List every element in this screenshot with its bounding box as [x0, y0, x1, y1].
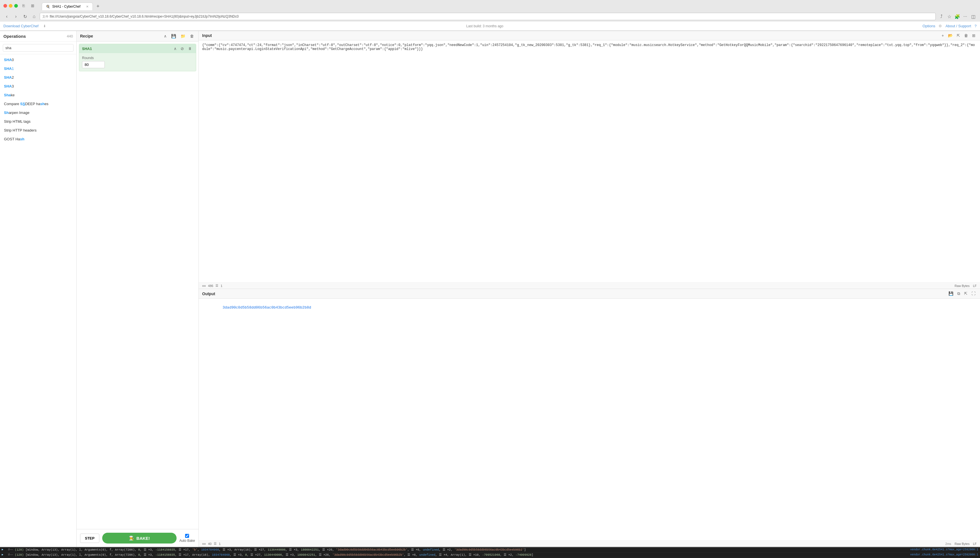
- open-recipe-icon[interactable]: 📁: [180, 33, 187, 39]
- minimize-button[interactable]: [9, 4, 13, 8]
- bake-button[interactable]: 👨‍🍳 BAKE!: [102, 533, 177, 543]
- output-title: Output: [202, 292, 947, 296]
- download-link[interactable]: Download CyberChef: [3, 24, 39, 28]
- sidebar-item-sha3[interactable]: SHA3: [0, 82, 76, 90]
- two-panels: Recipe ∧ 💾 📁 🗑 SHA1 ∧ ⊘ ⏸: [77, 31, 980, 547]
- forward-button[interactable]: ›: [13, 13, 19, 20]
- output-lines: 1: [219, 542, 221, 545]
- recipe-empty-area: [77, 74, 198, 529]
- sidebar-item-sha1[interactable]: SHA1: [0, 64, 76, 73]
- output-copy-icon[interactable]: ⧉: [956, 290, 961, 297]
- input-raw-bytes[interactable]: Raw Bytes: [955, 284, 970, 287]
- input-clear-icon[interactable]: 🗑: [963, 33, 969, 38]
- recipe-header: Recipe ∧ 💾 📁 🗑: [77, 31, 198, 41]
- recipe-pause-icon[interactable]: ⏸: [187, 46, 193, 51]
- history-icon[interactable]: ⎘: [20, 2, 27, 9]
- home-button[interactable]: ⌂: [31, 13, 38, 20]
- output-content: 3dad90c0d5b58dd06b56ac0b43bcd5eeb96b2b8d: [199, 299, 980, 540]
- sidebar-item-sha2[interactable]: SHA2: [0, 73, 76, 82]
- io-panels: Input + 📂 ⇱ 🗑 ⊞ {"comm":{"cv":4747474,"c…: [199, 31, 980, 547]
- address-bar[interactable]: 文件 file:///Users/jiangxia/CyberChef_v10.…: [40, 13, 936, 20]
- sidebar-item-strip-html-tags[interactable]: Strip HTML tags: [0, 117, 76, 126]
- tab-grid-icon[interactable]: ⊞: [29, 2, 36, 9]
- input-open-icon[interactable]: 📂: [947, 33, 954, 38]
- extensions-icon[interactable]: 🧩: [954, 13, 961, 20]
- options-link[interactable]: Options: [923, 24, 936, 28]
- delete-recipe-icon[interactable]: 🗑: [189, 33, 195, 39]
- collapse-icon[interactable]: ∧: [163, 33, 168, 39]
- output-expand-icon[interactable]: ⇱: [963, 290, 969, 297]
- output-raw-bytes[interactable]: Raw Bytes: [955, 542, 970, 545]
- sidebar-item-compare-ssdeep[interactable]: Compare SSDEEP hashes: [0, 99, 76, 108]
- rounds-input[interactable]: [82, 61, 105, 68]
- input-content[interactable]: {"comm":{"cv":4747474,"ct":24,"format":"…: [199, 40, 980, 282]
- input-chars: 486: [208, 284, 213, 287]
- recipe-disable-icon[interactable]: ⊘: [180, 46, 185, 51]
- last-build-label: Last build: 3 months ago: [51, 24, 919, 28]
- active-tab[interactable]: 🍳 SHA1 - CyberChef ✕: [42, 3, 93, 10]
- search-box: [0, 42, 76, 54]
- recipe-item-name: SHA1: [82, 47, 173, 51]
- output-lines-label: ☰: [214, 542, 217, 545]
- new-tab-button[interactable]: +: [94, 2, 102, 10]
- app-container: Operations 440 SHA0 SHA1 SHA2 SHA3 Shake…: [0, 31, 980, 547]
- maximize-button[interactable]: [14, 4, 18, 8]
- debug-row: ▶ d—— (120) [Window, Array(13), Array(1)…: [0, 548, 980, 553]
- back-button[interactable]: ‹: [3, 13, 10, 20]
- sidebar-item-label: Shake: [4, 93, 15, 97]
- sidebar-item-label: Strip HTML tags: [4, 119, 30, 123]
- bake-label: BAKE!: [137, 536, 150, 541]
- output-header-icons: 💾 ⧉ ⇱ ⛶: [947, 290, 977, 297]
- sidebar-item-strip-http-headers[interactable]: Strip HTTP headers: [0, 126, 76, 135]
- recipe-item-controls: ∧ ⊘ ⏸: [173, 46, 193, 51]
- chef-icon: 👨‍🍳: [129, 535, 134, 541]
- bake-area: STEP 👨‍🍳 BAKE! Auto Bake: [77, 529, 198, 547]
- input-footer: ≡≡ 486 ☰ 1 Raw Bytes LF: [199, 282, 980, 289]
- sidebar-icon[interactable]: ◫: [970, 13, 977, 20]
- recipe-expand-icon[interactable]: ∧: [173, 46, 178, 51]
- sidebar-item-label: SHA3: [4, 84, 14, 89]
- about-support-link[interactable]: About / Support: [946, 24, 971, 28]
- debug-source[interactable]: vendor.chunk.6e42541.s?max_age=2592000:1: [899, 553, 978, 557]
- sidebar-item-label: Sharpen Image: [4, 110, 29, 115]
- auto-bake-toggle[interactable]: Auto Bake: [180, 534, 195, 543]
- tab-close-button[interactable]: ✕: [86, 5, 88, 8]
- output-save-icon[interactable]: 💾: [947, 290, 954, 297]
- sidebar-header: Operations 440: [0, 31, 76, 42]
- share-icon[interactable]: ⤴: [938, 13, 945, 20]
- file-icon: 文件: [42, 15, 49, 19]
- sidebar-item-shake[interactable]: Shake: [0, 90, 76, 99]
- save-recipe-icon[interactable]: 💾: [170, 33, 177, 39]
- sidebar-item-sha0[interactable]: SHA0: [0, 56, 76, 64]
- close-button[interactable]: [3, 4, 7, 8]
- debug-arrow: d——: [8, 548, 13, 552]
- sidebar-item-label: GOST Hash: [4, 137, 25, 141]
- input-add-icon[interactable]: +: [941, 33, 945, 38]
- top-links-bar: Download CyberChef ⬇ Last build: 3 month…: [0, 21, 980, 31]
- sidebar-item-label: SHA0: [4, 57, 14, 62]
- input-header-icons: + 📂 ⇱ 🗑 ⊞: [941, 33, 977, 38]
- input-grid-icon[interactable]: ⊞: [971, 33, 977, 38]
- refresh-button[interactable]: ↻: [21, 13, 28, 20]
- download-arrow-icon: ⬇: [43, 24, 46, 28]
- output-chars-label: ≡≡: [202, 542, 206, 545]
- bookmark-icon[interactable]: ☆: [946, 13, 953, 20]
- output-fullscreen-icon[interactable]: ⛶: [970, 290, 977, 297]
- top-links-right: Options ⚙ About / Support ?: [923, 24, 977, 28]
- sidebar-item-sharpen-image[interactable]: Sharpen Image: [0, 108, 76, 117]
- debug-expand-icon[interactable]: ▶: [2, 553, 6, 557]
- step-button[interactable]: STEP: [80, 533, 99, 543]
- output-footer: ≡≡ 40 ☰ 1 2ms Raw Bytes LF: [199, 540, 980, 547]
- sidebar-item-gost-hash[interactable]: GOST Hash: [0, 135, 76, 143]
- debug-source[interactable]: vendor.chunk.6e42541.s?max_age=2592000:1: [899, 548, 978, 552]
- output-lf: LF: [973, 542, 977, 545]
- tab-title: SHA1 - CyberChef: [52, 5, 80, 8]
- input-fullscreen-icon[interactable]: ⇱: [955, 33, 961, 38]
- more-icon[interactable]: ···: [962, 13, 969, 20]
- auto-bake-label: Auto Bake: [180, 539, 195, 543]
- debug-expand-icon[interactable]: ▶: [2, 548, 6, 552]
- url-text: file:///Users/jiangxia/CyberChef_v10.18.…: [50, 15, 933, 18]
- search-input[interactable]: [3, 44, 74, 52]
- sidebar-title: Operations: [3, 34, 26, 39]
- auto-bake-checkbox[interactable]: [185, 534, 189, 538]
